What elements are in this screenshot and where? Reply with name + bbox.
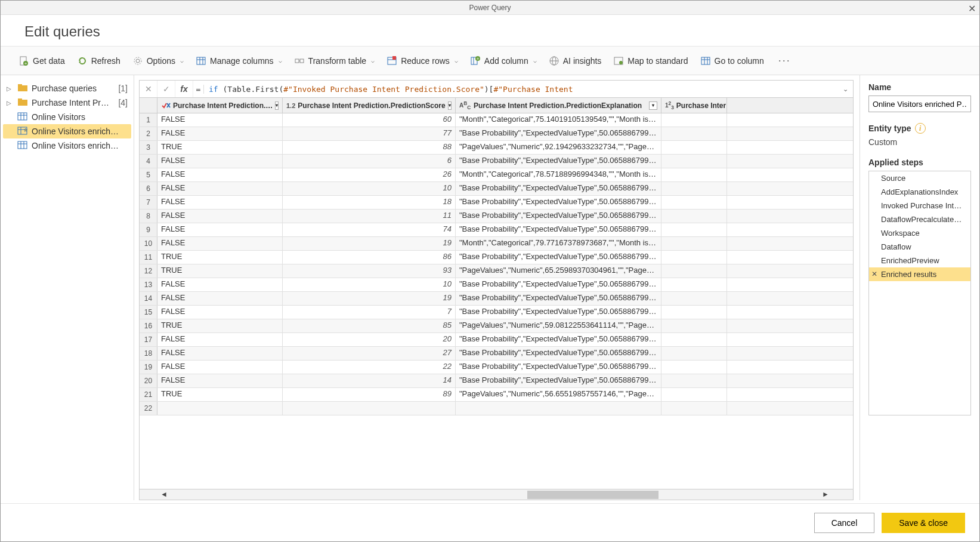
cell-score[interactable]: 18: [283, 196, 456, 209]
cell-score[interactable]: 77: [283, 127, 456, 140]
cell-partial[interactable]: [661, 223, 727, 236]
cell-explanation[interactable]: "PageValues","Numeric",92.19429633232734…: [456, 141, 661, 154]
cell-score[interactable]: 22: [283, 361, 456, 374]
cell-explanation[interactable]: "PageValues","Numeric",56.65519857557146…: [456, 388, 661, 401]
cell-explanation[interactable]: "Base Probability","ExpectedValueType",5…: [456, 223, 661, 236]
cell-score[interactable]: 19: [283, 237, 456, 250]
expand-icon[interactable]: ▷: [7, 85, 14, 92]
cell-partial[interactable]: [661, 196, 727, 209]
cell-partial[interactable]: [661, 264, 727, 278]
applied-step[interactable]: ✕Invoked Purchase Intent …: [869, 199, 970, 213]
row-number[interactable]: 13: [140, 278, 157, 291]
table-row[interactable]: 15FALSE7"Base Probability","ExpectedValu…: [140, 306, 853, 319]
cell-partial[interactable]: [661, 182, 727, 195]
ribbon-reduce-rows[interactable]: Reduce rows⌵: [382, 53, 463, 69]
cell-score[interactable]: 19: [283, 292, 456, 305]
query-item[interactable]: ▷Purchase Intent Pr…[4]: [3, 96, 131, 110]
cell-partial[interactable]: [661, 113, 727, 127]
table-row[interactable]: 12TRUE93"PageValues","Numeric",65.259893…: [140, 264, 853, 278]
column-header[interactable]: 123Purchase Inter: [661, 98, 727, 113]
delete-step-icon[interactable]: ✕: [871, 270, 877, 278]
cell-explanation[interactable]: "Base Probability","ExpectedValueType",5…: [456, 127, 661, 140]
table-row[interactable]: 9FALSE74"Base Probability","ExpectedValu…: [140, 223, 853, 237]
cell-score[interactable]: 10: [283, 182, 456, 195]
cell-score[interactable]: 11: [283, 210, 456, 223]
cell-explanation[interactable]: "PageValues","Numeric",65.2598937030496​…: [456, 264, 661, 278]
table-row[interactable]: 14FALSE19"Base Probability","ExpectedVal…: [140, 292, 853, 306]
ribbon-options[interactable]: Options⌵: [128, 53, 188, 69]
cell-partial[interactable]: [661, 141, 727, 154]
cell-explanation[interactable]: "Base Probability","ExpectedValueType",5…: [456, 251, 661, 264]
row-number[interactable]: 22: [140, 402, 157, 415]
cell-prediction[interactable]: FALSE: [157, 196, 283, 209]
cell-explanation[interactable]: "Base Probability","ExpectedValueType",5…: [456, 347, 661, 360]
cell-partial[interactable]: [661, 155, 727, 168]
column-header[interactable]: Purchase Intent Prediction.…▾: [157, 98, 283, 113]
table-row[interactable]: 13FALSE10"Base Probability","ExpectedVal…: [140, 278, 853, 292]
cell-explanation[interactable]: [456, 402, 661, 415]
query-item[interactable]: Online Visitors: [3, 110, 131, 124]
cell-prediction[interactable]: TRUE: [157, 388, 283, 401]
table-row[interactable]: 16TRUE85"PageValues","Numeric",59.081225…: [140, 319, 853, 333]
cell-partial[interactable]: [661, 237, 727, 250]
cell-prediction[interactable]: FALSE: [157, 306, 283, 319]
table-row[interactable]: 5FALSE26"Month","Categorical",78.5718899…: [140, 168, 853, 182]
ribbon-add-column[interactable]: +Add column⌵: [465, 53, 542, 69]
cell-prediction[interactable]: FALSE: [157, 127, 283, 140]
cell-prediction[interactable]: FALSE: [157, 292, 283, 305]
row-number[interactable]: 2: [140, 127, 157, 140]
cell-score[interactable]: 60: [283, 113, 456, 127]
column-header[interactable]: 1.2Purchase Intent Prediction.Prediction…: [283, 98, 456, 113]
applied-step[interactable]: ✕DataflowPrecalculatedSo…: [869, 213, 970, 226]
cell-prediction[interactable]: FALSE: [157, 210, 283, 223]
table-row[interactable]: 8FALSE11"Base Probability","ExpectedValu…: [140, 210, 853, 223]
cell-prediction[interactable]: [157, 402, 283, 415]
query-item[interactable]: Online Visitors enrich…: [3, 138, 131, 153]
row-number[interactable]: 5: [140, 168, 157, 181]
cell-score[interactable]: 74: [283, 223, 456, 236]
row-number[interactable]: 4: [140, 155, 157, 168]
cell-partial[interactable]: [661, 127, 727, 140]
cell-explanation[interactable]: "Base Probability","ExpectedValueType",5…: [456, 155, 661, 168]
column-header[interactable]: ABCPurchase Intent Prediction.Prediction…: [456, 98, 661, 113]
cell-explanation[interactable]: "Month","Categorical",75.14019105139549,…: [456, 113, 661, 127]
cell-explanation[interactable]: "Month","Categorical",78.5718899699434​8…: [456, 168, 661, 181]
applied-step[interactable]: ✕Workspace: [869, 226, 970, 240]
cell-explanation[interactable]: "PageValues","Numeric",59.08122553641114…: [456, 319, 661, 332]
cell-prediction[interactable]: FALSE: [157, 223, 283, 236]
cell-score[interactable]: 27: [283, 347, 456, 360]
save-close-button[interactable]: Save & close: [882, 513, 965, 533]
applied-step[interactable]: ✕EnrichedPreview: [869, 254, 970, 267]
cell-partial[interactable]: [661, 347, 727, 360]
cell-partial[interactable]: [661, 361, 727, 374]
formula-confirm-icon[interactable]: ✓: [157, 81, 175, 97]
cell-prediction[interactable]: FALSE: [157, 155, 283, 168]
table-row[interactable]: 10FALSE19"Month","Categorical",79.771673…: [140, 237, 853, 251]
cell-score[interactable]: [283, 402, 456, 415]
cell-partial[interactable]: [661, 333, 727, 346]
table-row[interactable]: 1FALSE60"Month","Categorical",75.1401910…: [140, 113, 853, 127]
filter-icon[interactable]: ▾: [448, 101, 452, 110]
cell-explanation[interactable]: "Base Probability","ExpectedValueType",5…: [456, 333, 661, 346]
row-number[interactable]: 11: [140, 251, 157, 264]
ribbon-manage-columns[interactable]: Manage columns⌵: [191, 53, 287, 69]
applied-step[interactable]: ✕Source: [869, 171, 970, 185]
cell-explanation[interactable]: "Base Probability","ExpectedValueType",5…: [456, 292, 661, 305]
cell-partial[interactable]: [661, 251, 727, 264]
table-row[interactable]: 21TRUE89"PageValues","Numeric",56.655198…: [140, 388, 853, 402]
cell-score[interactable]: 89: [283, 388, 456, 401]
cell-score[interactable]: 7: [283, 306, 456, 319]
cell-prediction[interactable]: TRUE: [157, 319, 283, 332]
cell-prediction[interactable]: TRUE: [157, 141, 283, 154]
cell-explanation[interactable]: "Base Probability","ExpectedValueType",5…: [456, 278, 661, 291]
ribbon-refresh[interactable]: Refresh: [72, 53, 125, 69]
cell-prediction[interactable]: FALSE: [157, 278, 283, 291]
cell-partial[interactable]: [661, 168, 727, 181]
row-number[interactable]: 21: [140, 388, 157, 401]
cell-score[interactable]: 20: [283, 333, 456, 346]
cell-explanation[interactable]: "Base Probability","ExpectedValueType",5…: [456, 306, 661, 319]
ribbon-transform-table[interactable]: Transform table⌵: [289, 53, 380, 69]
scrollbar-thumb[interactable]: [527, 491, 659, 499]
table-row[interactable]: 3TRUE88"PageValues","Numeric",92.1942963…: [140, 141, 853, 155]
expand-icon[interactable]: ▷: [7, 100, 14, 106]
